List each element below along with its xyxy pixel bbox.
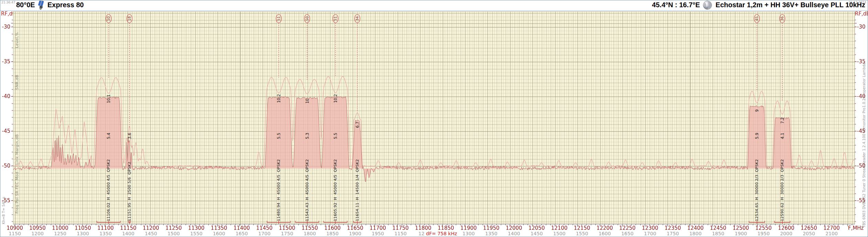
x-axis-rf-label: 12450 bbox=[707, 225, 729, 231]
x-axis-rf-label: 10900 bbox=[4, 225, 26, 231]
y-minor-ticks-right bbox=[855, 11, 856, 224]
x-axis-if-label: 1750 bbox=[662, 231, 684, 236]
transponder-label: 11543.43 H 45000 4/5 QPSK2 bbox=[305, 159, 309, 221]
transponder-label: 11151.95 H 2500 5/6 QPSK2 bbox=[127, 162, 132, 221]
x-axis-rf-label: 12700 bbox=[821, 225, 843, 231]
x-axis-rf-label: 11800 bbox=[412, 225, 434, 231]
x-axis-if-label: 1950 bbox=[367, 231, 389, 236]
x-axis-if-label: 1500 bbox=[163, 231, 185, 236]
plot-area[interactable]: 5010.15.411106.02 H 45000 4/5 QPSK2183.6… bbox=[13, 11, 855, 224]
marker-id-text: 18 bbox=[127, 16, 131, 21]
x-axis-if-label: 1850 bbox=[321, 231, 343, 236]
y-minor-ticks-left bbox=[12, 11, 13, 224]
x-axis-if-label: 1900 bbox=[344, 231, 366, 236]
clock-time: 21:36:47 bbox=[1, 1, 15, 4]
x-axis-rf-label: 11950 bbox=[480, 225, 502, 231]
x-axis-rf-label: 11200 bbox=[140, 225, 162, 231]
snr-value: 10.1 bbox=[106, 94, 111, 103]
y-tick-label-right: -35 bbox=[857, 58, 866, 65]
x-axis-if-label: 1450 bbox=[140, 231, 162, 236]
x-axis-rf-label: 12150 bbox=[571, 225, 593, 231]
y-tick-label-left: -30 bbox=[0, 24, 10, 30]
x-axis-rf-label: 11050 bbox=[72, 225, 94, 231]
x-axis-if-label: 1850 bbox=[707, 231, 729, 236]
snr-value: 10.2 bbox=[333, 94, 338, 103]
x-axis-df-note: 12 dF= 758 kHz bbox=[418, 231, 457, 236]
x-axis-rf-label: 11850 bbox=[435, 225, 457, 231]
y-tick-label-left: -50 bbox=[0, 163, 10, 169]
trace-envelope bbox=[13, 76, 854, 168]
x-axis-if-label: 1800 bbox=[684, 231, 706, 236]
x-axis-if-label: 2000 bbox=[775, 231, 797, 236]
marker-id-text: 50 bbox=[106, 16, 110, 21]
x-axis-if-label: 1500 bbox=[548, 231, 570, 236]
transponder-label: 11605.92 H 45000 4/5 QPSK2 bbox=[333, 159, 338, 221]
x-axis-rf-label: 11700 bbox=[367, 225, 389, 231]
margin-value: 3.6 bbox=[127, 133, 132, 139]
x-axis-rf-label: 11550 bbox=[299, 225, 321, 231]
y-tick-label-left: -40 bbox=[0, 93, 10, 99]
x-axis-if-label: 1900 bbox=[730, 231, 752, 236]
x-axis-if-label: 1600 bbox=[594, 231, 616, 236]
orbital-position-label: 80°0E bbox=[16, 1, 35, 9]
x-axis-rf-label: 12650 bbox=[798, 225, 820, 231]
column-label-link-margin: Link Margin,dB bbox=[15, 134, 19, 165]
column-label-snr: SNR,dB bbox=[15, 75, 19, 90]
marker-id-text: 45 bbox=[755, 16, 759, 21]
x-axis-if-label: 1200 bbox=[26, 231, 48, 236]
x-axis-rf-label: 12250 bbox=[616, 225, 638, 231]
marker-id-text: 36 bbox=[780, 16, 784, 21]
y-tick-label-right: -30 bbox=[857, 24, 866, 30]
x-axis-rf-label: 12550 bbox=[752, 225, 774, 231]
x-axis-rf-label: 12000 bbox=[503, 225, 525, 231]
margin-value: 5.5 bbox=[276, 133, 281, 139]
x-axis-rf-label: 12050 bbox=[526, 225, 548, 231]
x-axis-rf-label: 12600 bbox=[775, 225, 797, 231]
x-axis-rf-label: 11100 bbox=[95, 225, 117, 231]
transponder-label: 11654.11 H 14500 1/4 QPSK2 bbox=[355, 159, 360, 221]
snr-value: 6.7 bbox=[355, 121, 360, 128]
snr-value: 9 bbox=[755, 109, 759, 112]
marker-id-text: 51 bbox=[333, 16, 337, 21]
transponder-label: 12534.65 H 30000 2/3 QPSK2 bbox=[755, 159, 759, 221]
spectrum-svg[interactable]: 5010.15.411106.02 H 45000 4/5 QPSK2183.6… bbox=[13, 12, 855, 224]
trace-current bbox=[13, 96, 854, 182]
delta-f-readout: dF= 758 kHz bbox=[425, 231, 457, 236]
x-axis-rf-label: 10950 bbox=[26, 225, 48, 231]
x-axis-rf-label: 12200 bbox=[594, 225, 616, 231]
x-axis-rf-label: 11400 bbox=[231, 225, 253, 231]
satellite-icon bbox=[36, 1, 45, 11]
x-axis-rf-label: 12400 bbox=[684, 225, 706, 231]
x-axis-rf-label: 11250 bbox=[163, 225, 185, 231]
snr-value: 10.2 bbox=[276, 94, 281, 103]
snr-value: 7.2 bbox=[780, 117, 785, 123]
x-axis-if-label: 1400 bbox=[117, 231, 139, 236]
y-tick-label-right: -50 bbox=[857, 163, 866, 169]
x-axis-if-label: 1150 bbox=[4, 231, 26, 236]
x-axis-if-label: 1700 bbox=[639, 231, 661, 236]
y-tick-label-left: -55 bbox=[0, 197, 10, 204]
x-axis-if-label: 1300 bbox=[72, 231, 94, 236]
x-axis-if-label: 1450 bbox=[526, 231, 548, 236]
site-location-label: 45.4°N : 16.7°E bbox=[652, 1, 700, 9]
x-axis-if-label: 1950 bbox=[752, 231, 774, 236]
y-tick-label-right: -55 bbox=[857, 197, 866, 204]
transponder-label: 11106.02 H 45000 4/5 QPSK2 bbox=[106, 159, 111, 221]
y-tick-label-left: -45 bbox=[0, 128, 10, 134]
marker-id-text: 34 bbox=[355, 16, 359, 21]
x-axis-if-label: 1800 bbox=[299, 231, 321, 236]
x-axis-if-label: 12 bbox=[418, 231, 425, 236]
x-axis-rf-label: 12300 bbox=[639, 225, 661, 231]
x-axis-if-label: 1300 bbox=[458, 231, 480, 236]
x-axis-if-label: 1350 bbox=[480, 231, 502, 236]
x-axis-if-label: 2100 bbox=[821, 231, 843, 236]
margin-value: 5.3 bbox=[305, 133, 310, 139]
column-label-level: Level,% bbox=[15, 32, 19, 48]
x-axis-rf-label: 11450 bbox=[253, 225, 275, 231]
transponder-label: 12590.62 H 30000 2/3 QPSK2 bbox=[780, 159, 784, 221]
x-axis-if-label: 1550 bbox=[571, 231, 593, 236]
x-axis-rf-label: 12350 bbox=[662, 225, 684, 231]
x-axis-rf-label: 12500 bbox=[730, 225, 752, 231]
x-axis-if-label: 2050 bbox=[798, 231, 820, 236]
column-label-freq-pol-sr-fec-mod: Freq Pol SR FEC Mod bbox=[15, 172, 19, 214]
